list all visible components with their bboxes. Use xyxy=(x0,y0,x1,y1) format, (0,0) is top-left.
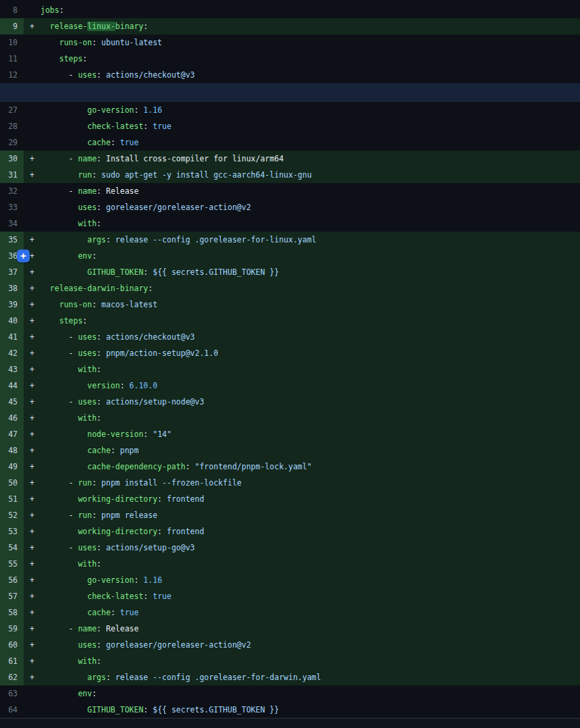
line-number[interactable]: 28 xyxy=(0,118,24,134)
line-number[interactable]: 43 xyxy=(0,361,24,378)
code-token: : xyxy=(143,122,153,131)
line-number[interactable]: 29 xyxy=(0,134,24,151)
line-number[interactable]: 49 xyxy=(0,459,24,475)
line-number[interactable]: 38 xyxy=(0,280,24,296)
code-token: : xyxy=(143,22,148,31)
line-number[interactable]: 64 xyxy=(0,702,24,718)
line-number[interactable]: 40 xyxy=(0,313,24,329)
line-number[interactable]: 27 xyxy=(0,102,24,118)
code-token: : xyxy=(97,332,106,342)
line-number[interactable]: 53 xyxy=(0,523,24,540)
line-number[interactable]: 34 xyxy=(0,215,24,232)
line-number[interactable]: 47 xyxy=(0,426,24,442)
diff-expand-row[interactable] xyxy=(0,83,580,102)
code-token: : xyxy=(92,689,97,698)
code-token xyxy=(41,462,87,471)
diff-row: 38+ release-darwin-binary: xyxy=(0,280,580,296)
line-number[interactable]: 41 xyxy=(0,329,24,345)
line-number[interactable]: 46 xyxy=(0,410,24,426)
line-number[interactable]: 61 xyxy=(0,653,24,669)
code-token: true xyxy=(120,138,139,147)
diff-row: 11 steps: xyxy=(0,51,580,67)
code-line: - uses: actions/checkout@v3 xyxy=(41,67,580,83)
code-line: cache-dependency-path: "frontend/pnpm-lo… xyxy=(41,459,580,475)
code-token: run xyxy=(78,170,92,180)
line-number[interactable]: 59 xyxy=(0,621,24,637)
line-number[interactable]: 48 xyxy=(0,442,24,459)
code-line: working-directory: frontend xyxy=(41,491,580,507)
code-token: : xyxy=(111,446,120,455)
line-number[interactable]: 33 xyxy=(0,199,24,215)
code-token: : xyxy=(97,154,106,163)
code-token: steps xyxy=(59,54,83,63)
code-token: steps xyxy=(59,316,83,326)
code-token: pnpm/action-setup@v2.1.0 xyxy=(106,348,218,358)
line-number[interactable]: 54 xyxy=(0,540,24,556)
line-number[interactable]: 8 xyxy=(0,2,24,18)
plus-icon: + xyxy=(20,251,26,261)
code-token: env xyxy=(78,251,92,261)
line-number[interactable]: 30 xyxy=(0,151,24,167)
line-number[interactable]: 10 xyxy=(0,34,24,51)
line-number[interactable]: 52 xyxy=(0,507,24,523)
code-line: uses: goreleaser/goreleaser-action@v2 xyxy=(41,637,580,653)
line-number[interactable]: 44 xyxy=(0,378,24,394)
line-number[interactable]: 39 xyxy=(0,296,24,313)
word-diff-highlight: linux- xyxy=(87,22,115,31)
code-token: uses xyxy=(78,397,97,407)
code-line: GITHUB_TOKEN: ${{ secrets.GITHUB_TOKEN }… xyxy=(41,702,580,718)
code-token xyxy=(41,54,59,63)
code-token: : xyxy=(143,705,153,714)
code-token: binary xyxy=(115,22,144,31)
line-number[interactable]: 62 xyxy=(0,669,24,685)
diff-marker: + xyxy=(24,264,41,280)
line-number[interactable]: 32 xyxy=(0,183,24,199)
code-token: true xyxy=(120,608,139,617)
code-token: name xyxy=(78,154,97,163)
line-number[interactable]: 50 xyxy=(0,475,24,491)
diff-marker: + xyxy=(24,378,41,394)
line-number[interactable]: 45 xyxy=(0,394,24,410)
line-number[interactable]: 56 xyxy=(0,572,24,588)
code-token: jobs xyxy=(41,5,59,15)
add-comment-button[interactable]: + xyxy=(17,250,30,263)
code-token: node-version xyxy=(87,430,143,439)
code-token: : xyxy=(97,656,101,666)
line-number[interactable]: 63 xyxy=(0,685,24,702)
code-token: with xyxy=(78,219,97,228)
code-token: with xyxy=(78,559,97,569)
code-line: runs-on: ubuntu-latest xyxy=(41,34,580,51)
code-line: runs-on: macos-latest xyxy=(41,296,580,313)
code-token: : xyxy=(148,284,153,293)
diff-row: 50+ - run: pnpm install --frozen-lockfil… xyxy=(0,475,580,491)
code-token xyxy=(41,22,50,31)
code-token: ${{ secrets.GITHUB_TOKEN }} xyxy=(153,705,279,714)
code-token: actions/setup-node@v3 xyxy=(106,397,204,407)
code-token: with xyxy=(78,656,97,666)
diff-rows: 8jobs:9+ release-linux-binary:10 runs-on… xyxy=(0,0,580,718)
line-number[interactable]: 60 xyxy=(0,637,24,653)
code-token: : xyxy=(143,592,153,601)
line-number[interactable]: 55 xyxy=(0,556,24,572)
diff-marker: + xyxy=(24,491,41,507)
line-number[interactable]: 12 xyxy=(0,67,24,83)
line-number[interactable]: 9 xyxy=(0,18,24,34)
line-number[interactable]: 42 xyxy=(0,345,24,361)
line-number[interactable]: 37 xyxy=(0,264,24,280)
code-token: uses xyxy=(78,203,97,212)
code-token: working-directory xyxy=(78,527,157,536)
line-number[interactable]: 58 xyxy=(0,604,24,621)
line-number[interactable]: 51 xyxy=(0,491,24,507)
code-token: env xyxy=(78,689,92,698)
code-token: 1.16 xyxy=(143,105,162,115)
diff-marker xyxy=(24,199,41,215)
code-token: : xyxy=(92,511,101,520)
line-number[interactable]: 31 xyxy=(0,167,24,183)
diff-marker: + xyxy=(24,345,41,361)
line-number[interactable]: 57 xyxy=(0,588,24,604)
code-token: : xyxy=(106,673,115,682)
diff-row: 64 GITHUB_TOKEN: ${{ secrets.GITHUB_TOKE… xyxy=(0,702,580,718)
line-number[interactable]: 35 xyxy=(0,232,24,248)
diff-row: 55+ with: xyxy=(0,556,580,572)
line-number[interactable]: 11 xyxy=(0,51,24,67)
